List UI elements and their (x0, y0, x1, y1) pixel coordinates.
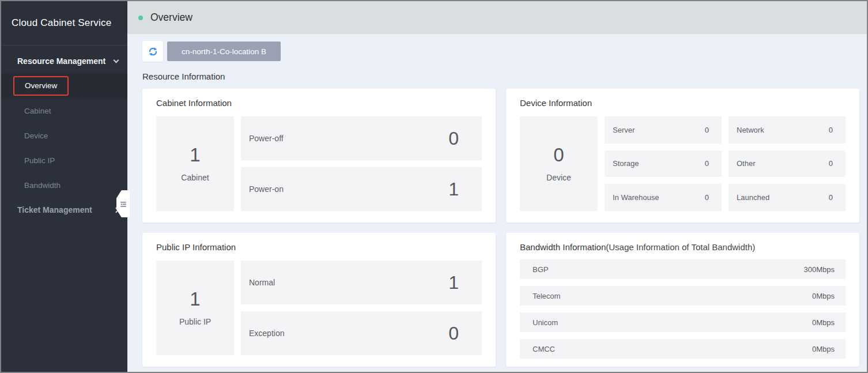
sidebar-group-label: Resource Management (17, 56, 114, 66)
sidebar-item-device[interactable]: Device (1, 123, 127, 148)
toolbar: cn-north-1-Co-location B (142, 41, 859, 62)
public-ip-card-body: 1 Public IP Normal 1 Exception 0 (156, 261, 482, 355)
sidebar-group-ticket-management[interactable]: Ticket Management (1, 198, 127, 222)
sidebar-item-label: Bandwidth (24, 181, 61, 190)
stat-label: Power-on (249, 184, 284, 194)
stat-row-power-off: Power-off 0 (241, 116, 482, 160)
stat-cell-other: Other 0 (729, 150, 846, 178)
sidebar-item-label: Public IP (24, 156, 55, 165)
cabinet-total-tile: 1 Cabinet (156, 116, 234, 211)
card-title: Cabinet Information (156, 89, 482, 109)
stat-value: 0 (448, 323, 459, 344)
sidebar-item-label: Cabinet (24, 107, 51, 115)
app-title: Cloud Cabinet Service (1, 1, 127, 46)
stat-value: 0Mbps (812, 345, 835, 353)
sidebar-item-overview[interactable]: Overview (1, 73, 127, 99)
stat-value: 0 (829, 126, 833, 134)
sidebar: Cloud Cabinet Service Resource Managemen… (1, 1, 127, 372)
stat-row-exception: Exception 0 (241, 311, 482, 355)
card-title-sub: (Usage Information of Total Bandwidth) (606, 242, 755, 252)
sidebar-item-cabinet[interactable]: Cabinet (1, 99, 127, 123)
bandwidth-row-telecom: Telecom 0Mbps (520, 286, 846, 306)
sidebar-item-label: Overview (25, 81, 57, 90)
stat-label: Network (737, 126, 764, 134)
card-bandwidth-information: Bandwidth Information(Usage Information … (506, 233, 859, 367)
stat-cell-storage: Storage 0 (605, 150, 722, 178)
stat-row-power-on: Power-on 1 (241, 167, 482, 211)
bandwidth-row-unicom: Unicom 0Mbps (520, 312, 846, 332)
stat-cell-server: Server 0 (605, 116, 722, 144)
refresh-icon (148, 47, 158, 56)
refresh-button[interactable] (142, 41, 163, 62)
bandwidth-row-cmcc: CMCC 0Mbps (520, 339, 846, 359)
sidebar-item-public-ip[interactable]: Public IP (1, 148, 127, 173)
stat-value: 0Mbps (812, 292, 835, 300)
annotation-highlight-box: Overview (13, 76, 69, 96)
card-title: Device Information (520, 89, 846, 109)
stat-label: Storage (613, 159, 639, 168)
stat-label: Power-off (249, 134, 284, 143)
stat-label: Server (613, 126, 635, 134)
stat-cell-in-warehouse: In Warehouse 0 (605, 184, 722, 211)
main-area: Overview cn-north-1-Co (127, 1, 867, 372)
page-title: Overview (150, 12, 193, 24)
menu-outdent-icon (120, 201, 127, 208)
public-ip-total-label: Public IP (179, 317, 211, 326)
stat-label: CMCC (533, 345, 555, 353)
app-window: Cloud Cabinet Service Resource Managemen… (0, 0, 868, 373)
bandwidth-rows: BGP 300Mbps Telecom 0Mbps Unicom 0Mbps (520, 259, 846, 359)
stat-value: 1 (448, 179, 459, 200)
device-total-tile: 0 Device (520, 116, 598, 211)
stat-cell-network: Network 0 (729, 116, 846, 144)
public-ip-total-tile: 1 Public IP (156, 261, 234, 355)
chevron-down-icon (114, 57, 119, 63)
page-marker-icon (138, 16, 143, 20)
sidebar-group-label: Ticket Management (17, 205, 114, 214)
cabinet-total-label: Cabinet (181, 173, 209, 182)
content: cn-north-1-Co-location B Resource Inform… (127, 34, 867, 372)
sidebar-item-label: Device (24, 131, 48, 140)
bandwidth-row-bgp: BGP 300Mbps (520, 259, 846, 279)
cabinet-card-body: 1 Cabinet Power-off 0 Power-on 1 (156, 116, 482, 211)
stat-label: Exception (249, 329, 284, 338)
card-title: Public IP Information (156, 233, 482, 253)
sidebar-item-bandwidth[interactable]: Bandwidth (1, 173, 127, 198)
stat-value: 0 (829, 159, 833, 168)
stat-label: Unicom (533, 318, 558, 327)
card-cabinet-information: Cabinet Information 1 Cabinet Power-off … (142, 89, 496, 223)
device-card-body: 0 Device Server 0 Network 0 (520, 116, 846, 211)
stat-value: 300Mbps (804, 265, 835, 274)
card-title-main: Bandwidth Information (520, 242, 606, 252)
stat-value: 0 (705, 159, 709, 168)
stat-label: Launched (737, 193, 769, 202)
sidebar-nav: Resource Management Overview Cabinet Dev… (1, 46, 127, 222)
stat-label: Other (737, 159, 756, 168)
cards-grid: Cabinet Information 1 Cabinet Power-off … (142, 89, 859, 367)
stat-value: 0Mbps (812, 318, 835, 327)
device-total-label: Device (546, 173, 571, 182)
stat-value: 1 (448, 272, 459, 293)
stat-label: Normal (249, 278, 275, 287)
stat-cell-launched: Launched 0 (729, 184, 846, 211)
card-title: Bandwidth Information(Usage Information … (520, 233, 846, 253)
section-title: Resource Information (142, 71, 859, 81)
device-stat-grid: Server 0 Network 0 Storage 0 (605, 116, 846, 211)
stat-value: 0 (705, 126, 709, 134)
card-public-ip-information: Public IP Information 1 Public IP Normal… (142, 233, 496, 367)
stat-label: In Warehouse (613, 193, 659, 202)
stat-label: BGP (533, 265, 548, 274)
stat-value: 0 (705, 193, 709, 202)
device-total-value: 0 (553, 145, 564, 164)
stat-label: Telecom (533, 292, 560, 300)
page-header: Overview (127, 1, 867, 34)
region-button[interactable]: cn-north-1-Co-location B (167, 42, 281, 61)
card-device-information: Device Information 0 Device Server 0 (506, 89, 859, 223)
cabinet-total-value: 1 (190, 145, 200, 164)
public-ip-stat-rows: Normal 1 Exception 0 (241, 261, 482, 355)
cabinet-stat-rows: Power-off 0 Power-on 1 (241, 116, 482, 211)
stat-value: 0 (829, 193, 833, 202)
stat-row-normal: Normal 1 (241, 261, 482, 304)
public-ip-total-value: 1 (190, 289, 200, 308)
sidebar-group-resource-management[interactable]: Resource Management (1, 49, 127, 73)
stat-value: 0 (448, 128, 459, 149)
